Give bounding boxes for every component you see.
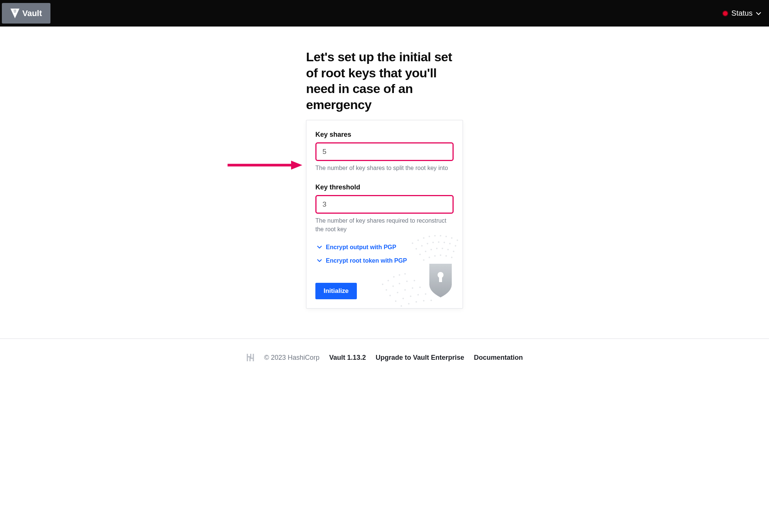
svg-point-41: [457, 239, 458, 241]
svg-point-46: [438, 241, 439, 243]
svg-rect-5: [15, 12, 15, 13]
encrypt-output-pgp-label: Encrypt output with PGP: [326, 244, 396, 251]
footer-upgrade-link[interactable]: Upgrade to Vault Enterprise: [376, 354, 464, 362]
svg-point-56: [453, 251, 454, 252]
key-threshold-help: The number of key shares required to rec…: [315, 217, 454, 233]
arrow-annotation-icon: [228, 160, 302, 171]
key-threshold-field: Key threshold The number of key shares r…: [315, 183, 454, 233]
form-actions: Initialize: [315, 283, 454, 299]
status-indicator-icon: [722, 10, 728, 16]
svg-rect-64: [439, 276, 442, 282]
svg-point-40: [451, 237, 453, 239]
initialize-button[interactable]: Initialize: [315, 283, 357, 299]
svg-point-63: [438, 272, 444, 278]
encrypt-root-token-pgp-label: Encrypt root token with PGP: [326, 257, 407, 264]
svg-point-17: [414, 280, 415, 281]
svg-rect-3: [14, 11, 15, 12]
svg-point-16: [406, 281, 408, 282]
svg-point-10: [393, 276, 395, 278]
svg-point-31: [423, 300, 424, 301]
footer-copyright: © 2023 HashiCorp: [264, 354, 319, 362]
svg-point-9: [387, 280, 389, 281]
key-shares-input[interactable]: [315, 142, 454, 161]
svg-point-37: [434, 235, 436, 236]
brand-logo[interactable]: Vault: [2, 3, 50, 24]
brand-text: Vault: [22, 9, 42, 18]
page-title: Let's set up the initial set of root key…: [306, 49, 463, 112]
svg-point-49: [455, 245, 456, 247]
svg-point-34: [417, 239, 419, 241]
footer-docs-link[interactable]: Documentation: [474, 354, 523, 362]
status-label: Status: [731, 9, 753, 18]
svg-rect-1: [14, 10, 15, 10]
svg-point-35: [423, 237, 424, 239]
svg-point-51: [425, 251, 426, 252]
svg-point-36: [429, 236, 430, 237]
svg-point-11: [399, 274, 400, 276]
status-dropdown[interactable]: Status: [722, 9, 762, 18]
chevron-down-icon: [317, 258, 322, 263]
key-shares-label: Key shares: [315, 131, 454, 139]
encrypt-output-pgp-toggle[interactable]: Encrypt output with PGP: [315, 244, 454, 251]
svg-point-50: [419, 254, 421, 255]
key-threshold-input[interactable]: [315, 195, 454, 214]
key-shares-field: Key shares The number of key shares to s…: [315, 131, 454, 172]
svg-point-12: [404, 273, 406, 275]
svg-point-61: [445, 255, 447, 257]
svg-point-59: [434, 255, 436, 257]
svg-rect-2: [15, 10, 16, 10]
vault-logo-icon: [10, 9, 19, 18]
svg-point-60: [440, 254, 441, 256]
svg-marker-7: [291, 161, 302, 170]
chevron-down-icon: [317, 245, 322, 250]
footer: © 2023 HashiCorp Vault 1.13.2 Upgrade to…: [0, 339, 769, 384]
chevron-down-icon: [756, 10, 762, 16]
svg-point-47: [444, 242, 445, 243]
svg-point-39: [445, 236, 447, 237]
svg-marker-0: [10, 9, 19, 18]
svg-point-32: [430, 300, 432, 301]
svg-point-23: [395, 300, 396, 302]
key-threshold-label: Key threshold: [315, 183, 454, 191]
svg-point-38: [440, 235, 441, 236]
encrypt-root-token-pgp-toggle[interactable]: Encrypt root token with PGP: [315, 257, 454, 264]
svg-point-29: [408, 303, 410, 304]
svg-rect-4: [15, 11, 16, 12]
app-header: Vault Status: [0, 0, 769, 27]
svg-point-28: [401, 305, 402, 307]
svg-point-45: [432, 242, 434, 243]
hashicorp-logo-icon: [246, 353, 254, 362]
key-shares-help: The number of key shares to split the ro…: [315, 164, 454, 172]
main-content: Let's set up the initial set of root key…: [0, 27, 769, 338]
footer-version: Vault 1.13.2: [329, 354, 366, 362]
init-card: Key shares The number of key shares to s…: [306, 120, 463, 309]
svg-point-30: [416, 301, 417, 303]
